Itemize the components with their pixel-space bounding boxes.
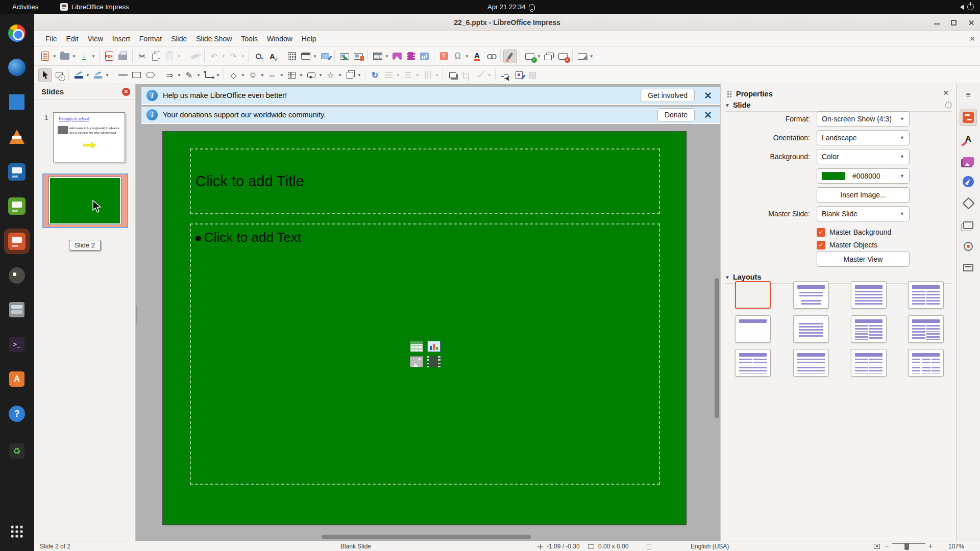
panel-splitter-handle[interactable]	[136, 305, 137, 324]
connectors-dropdown[interactable]: ▼	[215, 73, 220, 78]
show-applications-button[interactable]	[5, 519, 29, 544]
title-placeholder[interactable]: Click to add Title	[190, 148, 660, 214]
insert-image-button[interactable]	[390, 49, 404, 63]
line-color-dropdown[interactable]: ▼	[85, 73, 90, 78]
slide-canvas[interactable]: Click to add Title Click to add Text	[162, 131, 687, 525]
copy-button[interactable]	[149, 49, 163, 63]
gimp-launcher[interactable]	[5, 263, 29, 288]
orientation-dropdown[interactable]: Landscape▼	[817, 130, 910, 145]
block-arrows-dropdown[interactable]: ▼	[279, 73, 284, 78]
menu-insert[interactable]: Insert	[108, 33, 135, 45]
tab-animation[interactable]	[960, 238, 977, 255]
tab-slide-transition[interactable]	[960, 216, 977, 234]
slide-1-thumbnail[interactable]: Weekday in school stall means to buy up(…	[53, 112, 125, 162]
undo-button[interactable]: ↶	[207, 49, 221, 63]
redo-dropdown[interactable]: ▼	[240, 54, 246, 59]
open-button[interactable]	[58, 49, 71, 63]
vlc-launcher[interactable]	[5, 124, 29, 149]
tab-gallery[interactable]	[960, 153, 977, 170]
undo-dropdown[interactable]: ▼	[221, 54, 226, 59]
menu-slide[interactable]: Slide	[166, 33, 191, 45]
insert-line-button[interactable]	[116, 68, 130, 82]
fit-slide-icon[interactable]	[874, 544, 880, 549]
show-draw-functions-button[interactable]	[503, 49, 517, 63]
block-arrows-button[interactable]: ⇔	[265, 68, 279, 82]
basic-shapes-dropdown[interactable]: ▼	[240, 73, 246, 78]
infobar-close-icon[interactable]: ✕	[700, 90, 716, 102]
special-character-button[interactable]: Ω	[451, 49, 464, 63]
rectangle-tool-button[interactable]	[130, 68, 143, 82]
start-from-first-slide-button[interactable]	[337, 49, 351, 63]
minimize-button[interactable]	[934, 20, 940, 24]
insert-hyperlink-button[interactable]: OO	[484, 49, 498, 63]
new-document-button[interactable]	[38, 49, 52, 63]
insert-text-box-button[interactable]: T	[437, 49, 451, 63]
slides-panel-close-icon[interactable]: ✕	[122, 88, 130, 96]
cut-button[interactable]: ✂	[135, 49, 149, 63]
crop-button[interactable]	[459, 68, 473, 82]
star-shapes-button[interactable]: ☆	[324, 68, 337, 82]
symbol-shapes-button[interactable]: ☺	[246, 68, 260, 82]
background-color-dropdown[interactable]: #008000▼	[817, 168, 910, 184]
focused-app-indicator[interactable]: LibreOffice Impress	[60, 0, 129, 14]
layout-2content-over-content[interactable]	[735, 349, 771, 377]
document-modified-icon[interactable]	[647, 544, 651, 549]
panel-drag-handle[interactable]	[727, 90, 732, 97]
window-titlebar[interactable]: 22_6.pptx - LibreOffice Impress ✕	[34, 14, 980, 31]
layout-blank[interactable]	[735, 281, 771, 309]
donate-button[interactable]: Donate	[657, 108, 695, 121]
save-button[interactable]: ↓	[77, 49, 91, 63]
clone-formatting-button[interactable]	[188, 49, 202, 63]
insert-image-placeholder-icon[interactable]	[410, 356, 423, 367]
font-color-button[interactable]: A	[470, 49, 484, 63]
fill-color-button[interactable]	[91, 68, 105, 82]
zoom-out-button[interactable]: −	[885, 542, 889, 550]
system-status-area[interactable]	[958, 0, 974, 14]
slide-layout-dropdown[interactable]: ▼	[589, 54, 594, 59]
terminal-launcher[interactable]: >_	[5, 332, 29, 357]
language-status[interactable]: English (USA)	[691, 543, 729, 550]
insert-table-placeholder-icon[interactable]	[410, 341, 423, 352]
delete-slide-button[interactable]	[556, 49, 570, 63]
tab-styles[interactable]: A	[960, 131, 977, 148]
line-color-button[interactable]	[71, 68, 85, 82]
section-settings-icon[interactable]	[945, 102, 952, 109]
properties-close-icon[interactable]: ✕	[943, 89, 949, 97]
software-launcher[interactable]: A	[5, 367, 29, 391]
select-tool-button[interactable]	[38, 68, 52, 82]
insert-media-placeholder-icon[interactable]	[427, 356, 440, 367]
slide-layout-button[interactable]	[575, 49, 589, 63]
calc-launcher[interactable]	[5, 194, 29, 218]
table-dropdown[interactable]: ▼	[384, 54, 389, 59]
display-views-button[interactable]	[299, 49, 312, 63]
text-placeholder[interactable]: Click to add Text	[190, 223, 660, 485]
horizontal-scrollbar[interactable]	[322, 535, 531, 539]
close-document-button[interactable]: ✕	[969, 35, 975, 43]
paste-button[interactable]	[163, 49, 177, 63]
new-dropdown[interactable]: ▼	[52, 54, 57, 59]
browser-launcher[interactable]	[5, 55, 29, 80]
master-view-button[interactable]: Master View	[817, 252, 910, 267]
checkbox-checked-icon[interactable]: ✓	[817, 228, 825, 237]
zoom-level-status[interactable]: 107%	[948, 543, 964, 550]
close-button[interactable]: ✕	[968, 20, 975, 26]
layout-title-content[interactable]	[851, 281, 887, 309]
3d-objects-button[interactable]	[343, 68, 357, 82]
special-character-dropdown[interactable]: ▼	[464, 54, 470, 59]
zoom-slider-handle[interactable]	[904, 543, 909, 550]
menu-tools[interactable]: Tools	[236, 33, 262, 45]
activities-button[interactable]: Activities	[7, 0, 43, 14]
stars-dropdown[interactable]: ▼	[337, 73, 342, 78]
tab-properties[interactable]	[960, 109, 977, 126]
shadow-button[interactable]	[446, 68, 459, 82]
menu-slide-show[interactable]: Slide Show	[191, 33, 236, 45]
slide-section-header[interactable]: ▼ Slide	[725, 101, 952, 112]
writer-launcher[interactable]	[5, 160, 29, 184]
arrange-dropdown[interactable]: ▼	[415, 73, 420, 78]
spelling-button[interactable]: A	[265, 49, 279, 63]
menu-format[interactable]: Format	[135, 33, 166, 45]
sidebar-settings-icon[interactable]: ≡	[960, 86, 977, 104]
filter-dropdown[interactable]: ▼	[487, 73, 492, 78]
export-pdf-button[interactable]: PDF	[102, 49, 116, 63]
callout-shapes-button[interactable]	[304, 68, 318, 82]
